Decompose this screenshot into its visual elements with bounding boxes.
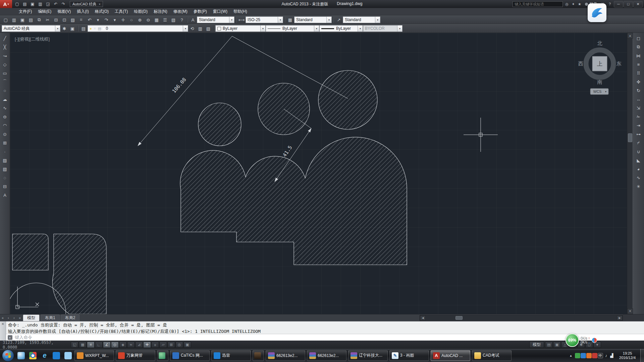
modify-tool-icon[interactable]: ✜ xyxy=(634,77,643,86)
menu-item[interactable]: 帮助(H) xyxy=(231,8,250,15)
thunder-floating-window[interactable] xyxy=(588,3,606,22)
table-style-combo[interactable]: Standard ▾ xyxy=(294,16,332,23)
window-control-button[interactable]: ✕ xyxy=(633,1,643,7)
color-combo[interactable]: ByLayer ▾ xyxy=(215,25,266,32)
chevron-down-icon[interactable]: ▾ xyxy=(375,17,380,23)
toolbar-button-icon[interactable]: ⊟ xyxy=(52,16,60,23)
vertical-scroll-thumb[interactable] xyxy=(628,133,632,142)
tray-icon[interactable] xyxy=(575,353,580,358)
text-style-combo[interactable]: Standard ▾ xyxy=(197,16,234,23)
tray-icon[interactable]: ▟ xyxy=(609,353,614,358)
modify-tool-icon[interactable]: ⋈ xyxy=(634,51,643,60)
qat-button-icon[interactable]: ↷ xyxy=(60,1,67,7)
security-ball-icon[interactable] xyxy=(592,338,597,343)
status-toggle-button[interactable]: ▣ xyxy=(183,342,191,348)
qat-button-icon[interactable]: ▤ xyxy=(21,1,29,7)
taskbar-quick-launch-icon[interactable] xyxy=(16,351,26,361)
menu-item[interactable]: 视图(V) xyxy=(55,8,73,15)
status-toggle-button[interactable]: ⊞ xyxy=(167,342,175,348)
draw-tool-icon[interactable]: ☁ xyxy=(1,95,9,104)
tray-icon[interactable] xyxy=(581,353,586,358)
drawing-svg[interactable]: 106.08 41.5 上 北 xyxy=(10,33,627,314)
toolbar-button-icon[interactable]: ⧉ xyxy=(35,16,43,23)
qat-button-icon[interactable]: ▢ xyxy=(13,1,21,7)
draw-tool-icon[interactable]: ○ xyxy=(1,86,9,95)
menu-item[interactable]: 格式(O) xyxy=(92,8,111,15)
chevron-down-icon[interactable]: ▾ xyxy=(55,25,60,32)
help-icon[interactable]: ? xyxy=(607,1,613,7)
qat-button-icon[interactable]: ◲ xyxy=(44,1,52,7)
toolbar-button-icon[interactable]: ⊖ xyxy=(144,16,152,23)
taskbar-app-button[interactable]: CaTICs 网... xyxy=(170,350,210,361)
taskbar-app-button[interactable] xyxy=(157,350,168,361)
close-icon[interactable]: ✕ xyxy=(1,322,4,341)
taskbar-app-button[interactable]: 万象网管 xyxy=(116,350,155,361)
toolbar-button-icon[interactable]: ⊡ xyxy=(60,16,68,23)
toolbar-button-icon[interactable]: ✂ xyxy=(44,16,52,23)
layout-tab[interactable]: 布局2 xyxy=(61,314,80,321)
taskbar-app-button[interactable]: CAD考试 xyxy=(472,350,512,361)
layer-state-icon[interactable]: ● xyxy=(90,26,92,31)
toolbar-button-icon[interactable]: ? xyxy=(178,16,186,23)
modify-tool-icon[interactable]: ✁ xyxy=(634,112,643,121)
draw-tool-icon[interactable]: ↝ xyxy=(1,51,9,60)
tray-icon[interactable] xyxy=(592,353,597,358)
layer-state-icon[interactable]: ▤ xyxy=(98,26,101,31)
status-toggle-button[interactable]: ≡ xyxy=(151,342,159,348)
draw-tool-icon[interactable]: ▨ xyxy=(1,156,9,165)
search-input[interactable] xyxy=(513,1,563,7)
chevron-down-icon[interactable]: ▾ xyxy=(183,25,188,32)
draw-tool-icon[interactable]: A xyxy=(1,191,9,199)
draw-tool-icon[interactable]: · xyxy=(1,147,9,156)
start-button[interactable] xyxy=(2,350,14,362)
modify-tool-icon[interactable]: ◕ xyxy=(634,165,643,173)
layer-combo[interactable]: ●☀▤■ 0 ▾ xyxy=(88,25,188,32)
status-icon-button[interactable]: ▤ xyxy=(545,342,553,348)
toolbar-button-icon[interactable]: ▨ xyxy=(69,16,77,23)
hatched-figure[interactable] xyxy=(180,70,407,265)
lineweight-combo[interactable]: ByLayer ▾ xyxy=(319,25,363,32)
menu-item[interactable]: 文件(F) xyxy=(16,8,35,15)
command-window-grip[interactable]: ✕ xyxy=(0,321,6,341)
toolbar-button-icon[interactable]: ▢ xyxy=(2,16,10,23)
toolbar-button-icon[interactable]: ○ xyxy=(127,16,136,23)
modify-tool-icon[interactable]: ✳ xyxy=(634,182,643,191)
command-input[interactable]: ▸ 键入命令 xyxy=(6,334,644,341)
layer-isolate-icon[interactable]: ▥ xyxy=(196,25,204,32)
workspace-combo[interactable]: AutoCAD 经典 ▾ xyxy=(2,25,60,32)
menu-item[interactable]: 插入(I) xyxy=(74,8,91,15)
modify-tool-icon[interactable]: ⊶ xyxy=(634,130,643,138)
taskbar-app-button[interactable]: WXRPT_W... xyxy=(74,350,114,361)
menu-item[interactable]: 工具(T) xyxy=(112,8,130,15)
status-toggle-button[interactable]: ▱ xyxy=(159,342,167,348)
qat-button-icon[interactable]: ▣ xyxy=(29,1,36,7)
model-space-button[interactable]: 模型 xyxy=(529,342,544,348)
menu-item[interactable]: 参数(P) xyxy=(191,8,210,15)
taskbar-quick-launch-icon[interactable] xyxy=(63,351,73,361)
scroll-up-icon[interactable]: ▲ xyxy=(627,33,633,39)
status-toggle-button[interactable]: ◇ xyxy=(111,342,119,348)
viewcube-compass[interactable]: 上 北 南 西 东 WCS ▾ xyxy=(578,40,622,95)
toolbar-button-icon[interactable]: ▣ xyxy=(18,16,26,23)
status-toggle-button[interactable]: ◱ xyxy=(71,342,78,348)
draw-tool-icon[interactable]: ╳ xyxy=(1,43,9,51)
status-toggle-button[interactable]: ◈ xyxy=(119,342,127,348)
vertical-scrollbar[interactable]: ▲ ▼ xyxy=(627,33,633,314)
taskbar-app-button[interactable]: 662613e2... xyxy=(307,350,346,361)
linetype-combo[interactable]: ByLayer ▾ xyxy=(266,25,319,32)
qat-button-icon[interactable]: ▥ xyxy=(37,1,44,7)
status-toggle-button[interactable]: ≍ xyxy=(127,342,135,348)
modify-tool-icon[interactable]: ≡ xyxy=(634,60,643,69)
coordinates-readout[interactable]: 3123.7109, 1593.0557, 0.0000 xyxy=(3,340,70,350)
menu-item[interactable]: 编辑(E) xyxy=(35,8,54,15)
draw-tool-icon[interactable]: ⊙ xyxy=(1,130,9,138)
toolbar-button-icon[interactable]: ⌗ xyxy=(77,16,85,23)
tab-nav-icon[interactable]: ‹ xyxy=(6,316,11,320)
menu-item[interactable]: 窗口(W) xyxy=(210,8,230,15)
modify-tool-icon[interactable]: ⇲ xyxy=(634,104,643,112)
tab-nav-icon[interactable]: › xyxy=(11,316,17,320)
taskbar-app-button[interactable]: 662613e2... xyxy=(266,350,305,361)
mleader-style-combo[interactable]: Standard ▾ xyxy=(343,16,380,23)
optimizer-ball[interactable]: 69% xyxy=(566,334,579,347)
menu-item[interactable]: 绘图(D) xyxy=(131,8,150,15)
